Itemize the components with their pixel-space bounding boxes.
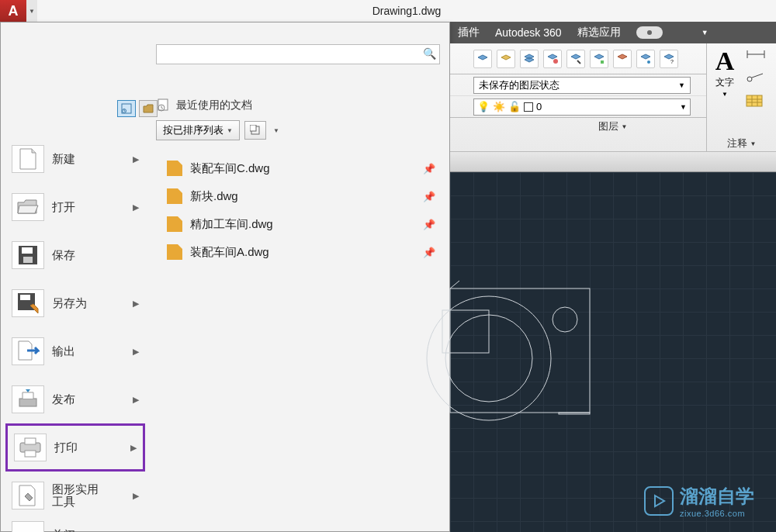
menu-open[interactable]: 打开 ▶: [5, 183, 145, 231]
svg-rect-7: [23, 257, 33, 263]
recent-file-item[interactable]: 新块.dwg 📌: [156, 182, 440, 210]
layer-state-value: 未保存的图层状态: [479, 78, 559, 92]
chevron-right-icon: ▶: [133, 395, 139, 405]
layer-state-dropdown[interactable]: 未保存的图层状态 ▼: [473, 77, 691, 94]
chevron-down-icon: ▼: [680, 103, 687, 111]
close-icon: [12, 521, 44, 532]
pin-icon[interactable]: 📌: [423, 247, 435, 258]
annotation-panel: A 文字 ▼ 注释 ▼: [706, 43, 776, 152]
recent-header: 最近使用的文档: [156, 98, 440, 112]
sort-label: 按已排序列表: [163, 123, 223, 137]
export-icon: [12, 337, 44, 365]
layer-name: 0: [536, 101, 542, 112]
svg-marker-41: [655, 496, 664, 506]
pin-icon[interactable]: 📌: [423, 163, 435, 174]
menu-close[interactable]: 关闭 ▶: [5, 520, 145, 532]
menu-autodesk360[interactable]: Autodesk 360: [495, 26, 562, 39]
layer-tool-button[interactable]: [543, 50, 562, 68]
dwg-file-icon: [167, 161, 182, 176]
menu-utilities-label: 图形实用 工具: [52, 483, 99, 509]
pin-icon[interactable]: 📌: [423, 219, 435, 230]
chevron-down-icon: ▼: [678, 81, 685, 89]
app-menu-items: 新建 ▶ 打开 ▶ 保存 另存为 ▶ 输出 ▶ 发布 ▶ 打印: [5, 135, 145, 532]
layer-tool-button[interactable]: [497, 50, 515, 68]
menu-publish-label: 发布: [52, 392, 75, 407]
svg-rect-13: [25, 451, 36, 457]
svg-text:?: ?: [670, 59, 674, 64]
menu-new-label: 新建: [52, 152, 75, 167]
svg-point-27: [747, 77, 752, 81]
lock-icon: 🔓: [508, 101, 521, 112]
saveas-icon: [12, 289, 44, 317]
recent-file-item[interactable]: 精加工车间.dwg 📌: [156, 210, 440, 238]
leader-tool[interactable]: [746, 71, 766, 87]
layer-tool-button[interactable]: [613, 50, 632, 68]
pin-icon[interactable]: 📌: [423, 191, 435, 202]
svg-rect-34: [450, 288, 590, 413]
svg-line-36: [450, 281, 459, 288]
dimension-tool[interactable]: [746, 48, 766, 64]
text-tool[interactable]: A 文字 ▼: [707, 43, 743, 118]
recent-file-item[interactable]: 装配车间A.dwg 📌: [156, 238, 440, 266]
svg-point-0: [647, 30, 652, 35]
save-icon: [12, 241, 44, 269]
app-icon-letter: A: [9, 3, 19, 19]
svg-rect-19: [250, 125, 256, 131]
menu-print-label: 打印: [54, 440, 78, 455]
menu-publish[interactable]: 发布 ▶: [5, 375, 145, 423]
open-docs-view-icon[interactable]: [139, 100, 158, 117]
svg-rect-29: [747, 95, 762, 106]
file-name: 精加工车间.dwg: [190, 217, 273, 232]
view-mode-arrow[interactable]: ▼: [271, 121, 282, 140]
layer-color-swatch: [524, 102, 533, 112]
menu-print[interactable]: 打印 ▶: [5, 423, 145, 472]
help-badge[interactable]: [636, 26, 663, 39]
sort-dropdown[interactable]: 按已排序列表 ▼: [156, 120, 240, 140]
app-icon[interactable]: A: [0, 0, 26, 22]
layer-tool-button[interactable]: [520, 50, 539, 68]
drawing-canvas[interactable]: 溜溜自学 zixue.3d66.com: [450, 172, 776, 532]
menu-saveas[interactable]: 另存为 ▶: [5, 279, 145, 327]
svg-line-28: [752, 74, 763, 78]
print-icon: [14, 434, 47, 461]
menu-export[interactable]: 输出 ▶: [5, 327, 145, 375]
menu-featured[interactable]: 精选应用: [577, 26, 621, 40]
chevron-right-icon: ▶: [130, 443, 137, 453]
layer-tool-button[interactable]: ?: [660, 50, 678, 68]
svg-rect-21: [601, 60, 604, 64]
table-tool[interactable]: [746, 95, 766, 110]
menu-drawing-utilities[interactable]: 图形实用 工具 ▶: [5, 472, 145, 520]
app-menu-toggle[interactable]: ▼: [26, 0, 37, 22]
view-mode-button[interactable]: [244, 121, 266, 140]
annotation-panel-label[interactable]: 注释 ▼: [707, 135, 776, 152]
recent-panel: 最近使用的文档 按已排序列表 ▼ ▼ 装配车间C.dwg 📌 新块.dwg: [156, 98, 440, 266]
dwg-file-icon: [167, 188, 182, 204]
watermark: 溜溜自学 zixue.3d66.com: [644, 484, 754, 518]
current-layer-dropdown[interactable]: 💡 ☀️ 🔓 0 ▼: [473, 98, 691, 116]
menubar-dropdown-arrow[interactable]: ▼: [702, 29, 708, 36]
layer-tool-button[interactable]: [473, 50, 492, 68]
menu-new[interactable]: 新建 ▶: [5, 135, 145, 183]
layer-tool-button[interactable]: [566, 50, 585, 68]
menu-save-label: 保存: [52, 248, 75, 263]
svg-point-20: [553, 59, 558, 64]
menu-save[interactable]: 保存: [5, 231, 145, 279]
svg-rect-10: [19, 399, 36, 406]
recent-file-list: 装配车间C.dwg 📌 新块.dwg 📌 精加工车间.dwg 📌 装配车间A.d…: [156, 154, 440, 266]
recent-file-item[interactable]: 装配车间C.dwg 📌: [156, 154, 440, 182]
bulb-icon: 💡: [477, 101, 490, 112]
file-name: 装配车间C.dwg: [190, 161, 270, 176]
svg-rect-9: [20, 295, 30, 300]
chevron-down-icon: ▼: [722, 91, 728, 98]
chevron-right-icon: ▶: [133, 202, 139, 212]
search-input[interactable]: [156, 44, 440, 64]
chevron-down-icon: ▼: [227, 127, 233, 134]
dwg-file-icon: [167, 216, 182, 232]
layer-tool-button[interactable]: [636, 50, 655, 68]
layer-tool-button[interactable]: [590, 50, 608, 68]
chevron-right-icon: ▶: [133, 347, 139, 357]
menu-plugins[interactable]: 插件: [458, 26, 480, 40]
svg-rect-12: [25, 438, 36, 444]
chevron-down-icon: ▼: [750, 140, 757, 147]
recent-view-icon[interactable]: [117, 100, 136, 117]
